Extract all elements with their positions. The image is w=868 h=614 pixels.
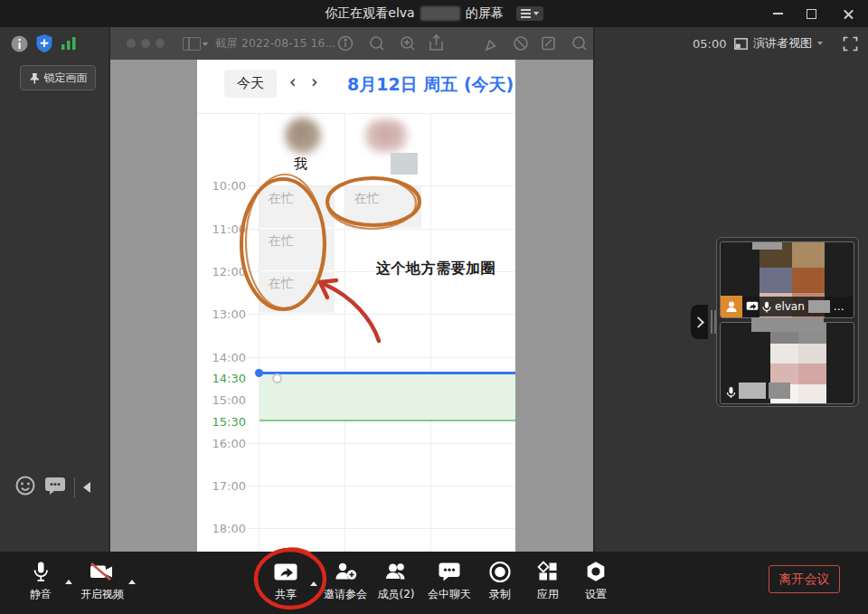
mic-options-caret[interactable]: [65, 580, 72, 584]
censored-name: [808, 300, 830, 313]
screen-share-icon: [746, 301, 759, 312]
panel-resize-grip[interactable]: [711, 310, 712, 334]
members-icon: [383, 560, 409, 583]
lock-view-label: 锁定画面: [44, 71, 88, 86]
preview-toolbar-icons: [335, 33, 597, 54]
next-day-arrow: ›: [311, 71, 318, 91]
view-mode-selector[interactable]: 演讲者视图: [734, 35, 823, 52]
title-bar: 你正在观看elva 的屏幕: [0, 0, 868, 27]
chat-button[interactable]: 会中聊天: [428, 560, 471, 602]
meeting-toolbar: 静音 开启视频 共享 邀请参会 成员(2): [0, 552, 868, 614]
maximize-icon: [807, 9, 816, 19]
layout-icon: [734, 38, 748, 50]
share-options-menu-icon[interactable]: [516, 6, 543, 21]
time-selection-block: [259, 374, 515, 421]
panel-collapse-handle[interactable]: [691, 305, 708, 339]
apps-icon: [537, 560, 559, 583]
busy-block: 在忙: [345, 186, 421, 228]
collapse-quickbar-button[interactable]: [83, 482, 90, 493]
record-label: 录制: [489, 587, 511, 602]
current-time-line: [259, 372, 515, 374]
time-label: 14:00: [197, 351, 246, 364]
emoji-reaction-button[interactable]: [14, 475, 36, 500]
share-screen-button[interactable]: 共享: [274, 560, 298, 602]
time-label: 10:00: [197, 179, 246, 193]
active-speaker-indicator: [721, 296, 742, 317]
pin-icon: [29, 72, 40, 84]
settings-button[interactable]: 设置: [585, 560, 607, 602]
settings-label: 设置: [585, 587, 607, 602]
selection-drag-handle: [272, 373, 282, 383]
censored-name: [769, 383, 790, 399]
mic-icon: [31, 560, 51, 583]
minimize-button[interactable]: [761, 0, 794, 27]
meeting-info-icon[interactable]: [11, 35, 28, 56]
time-label: 13:00: [197, 307, 246, 321]
time-label-selection-start: 14:30: [197, 372, 246, 385]
mute-button[interactable]: 静音: [30, 560, 52, 602]
time-label: 12:00: [197, 265, 246, 279]
chevron-down-icon: [817, 42, 823, 45]
quick-reaction-bar: [14, 474, 90, 501]
settings-icon: [585, 560, 607, 583]
censored-presenter-name: [420, 6, 460, 21]
security-shield-icon[interactable]: [35, 33, 53, 57]
fullscreen-button[interactable]: [843, 36, 858, 55]
chevron-down-icon: [533, 12, 539, 15]
censored-name: [739, 383, 766, 399]
calendar-card: 今天 ‹ › 8月12日 周五 (今天): [197, 60, 515, 552]
smiley-icon: [14, 475, 36, 496]
apps-button[interactable]: 应用: [537, 560, 559, 602]
time-label: 15:00: [197, 393, 246, 407]
participants-panel: elvan …: [716, 237, 859, 407]
participant-name-bar: [726, 383, 790, 399]
video-options-caret[interactable]: [128, 580, 136, 584]
record-button[interactable]: 录制: [489, 560, 512, 602]
time-label-selection-end: 15:30: [197, 415, 246, 429]
busy-block: 在忙: [259, 186, 335, 228]
traffic-light-icon: [141, 39, 150, 48]
invite-button[interactable]: 邀请参会: [324, 560, 367, 602]
watching-text-prefix: 你正在观看elva: [325, 5, 414, 22]
speaker-name: elvan: [775, 300, 805, 313]
busy-label: 在忙: [269, 233, 294, 248]
chevron-down-icon: [203, 43, 208, 46]
meeting-stage: 锁定画面 05:00 演讲者视图 截屏 2022-08-15 16...: [0, 27, 868, 552]
close-button[interactable]: [832, 0, 864, 27]
traffic-light-icon: [156, 39, 165, 48]
leave-meeting-label: 离开会议: [779, 571, 830, 588]
meeting-timer: 05:00: [693, 37, 726, 51]
person-icon: [725, 300, 738, 313]
leave-meeting-button[interactable]: 离开会议: [769, 565, 840, 593]
quick-chat-button[interactable]: [44, 476, 66, 499]
preview-app-toolbar: 截屏 2022-08-15 16...: [110, 27, 593, 60]
divider: [74, 477, 75, 497]
busy-label: 在忙: [269, 276, 294, 290]
invite-label: 邀请参会: [324, 587, 367, 602]
preview-document-title: 截屏 2022-08-15 16...: [215, 36, 335, 52]
maximize-button[interactable]: [795, 0, 827, 27]
me-column-label: 我: [294, 156, 307, 173]
mic-icon: [726, 386, 736, 399]
annotation-overlay: [197, 60, 515, 552]
start-video-button[interactable]: 开启视频: [80, 560, 124, 602]
share-options-caret[interactable]: [310, 581, 317, 586]
busy-label: 在忙: [354, 191, 380, 205]
traffic-light-icon: [127, 39, 136, 48]
share-screen-icon: [274, 560, 298, 583]
record-icon: [489, 560, 512, 583]
network-signal-icon[interactable]: [61, 36, 77, 53]
share-screen-label: 共享: [275, 587, 297, 602]
view-mode-label: 演讲者视图: [753, 35, 812, 52]
truncated-name: …: [834, 300, 844, 313]
time-label: 16:00: [197, 437, 246, 450]
video-tile-speaker[interactable]: elvan …: [720, 241, 854, 318]
busy-label: 在忙: [269, 191, 294, 205]
today-label: 今天: [237, 75, 264, 92]
video-tile-participant[interactable]: [720, 322, 854, 404]
minimize-icon: [773, 13, 783, 14]
annotation-note-text: 这个地方需要加圈: [376, 260, 505, 279]
watching-text-suffix: 的屏幕: [466, 5, 504, 22]
lock-view-button[interactable]: 锁定画面: [20, 65, 96, 90]
members-button[interactable]: 成员(2): [378, 560, 415, 602]
